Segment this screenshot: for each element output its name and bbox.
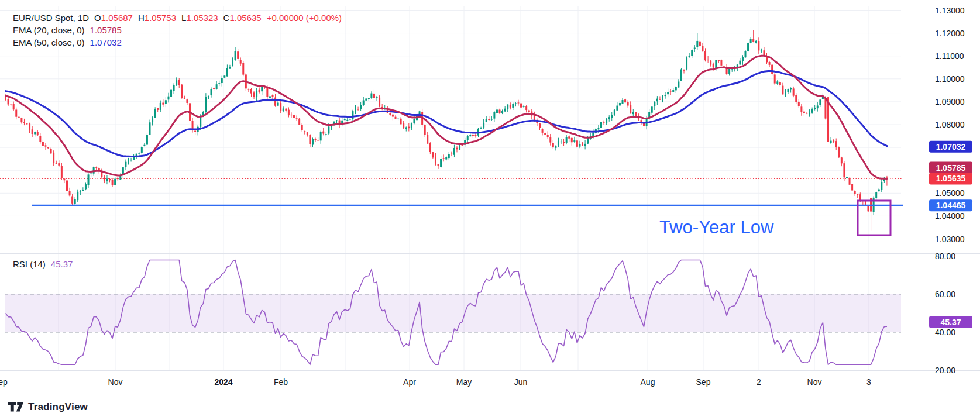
price-badge: 1.05635 — [936, 174, 966, 183]
symbol-legend[interactable]: EUR/USD Spot, 1DO1.05687H1.05753L1.05323… — [13, 12, 342, 49]
time-axis-label: ep — [0, 377, 8, 387]
price-axis-tick: 1.04000 — [935, 211, 965, 221]
tradingview-watermark: TradingView — [8, 401, 88, 413]
price-badge: 1.04465 — [936, 201, 966, 210]
high-label: H — [138, 13, 145, 23]
symbol-ohlc-row[interactable]: EUR/USD Spot, 1DO1.05687H1.05753L1.05323… — [13, 12, 342, 24]
time-axis-label: Sep — [696, 377, 711, 387]
ema20-value: 1.05785 — [90, 25, 122, 35]
ema20-label: EMA (20, close, 0) — [13, 25, 85, 35]
two-year-low-annotation[interactable]: Two-Year Low — [659, 217, 773, 238]
rsi-value: 45.37 — [51, 259, 73, 269]
ema50-label: EMA (50, close, 0) — [13, 37, 85, 47]
rsi-axis-tick: 80.00 — [935, 252, 955, 261]
open-label: O — [94, 13, 101, 23]
high-value: 1.05753 — [145, 13, 176, 23]
rsi-axis-tick: 40.00 — [935, 328, 955, 337]
tradingview-watermark-text: TradingView — [28, 401, 88, 413]
rsi-legend-row[interactable]: RSI (14)45.37 — [13, 259, 73, 269]
tradingview-logo-icon — [8, 401, 24, 413]
time-axis-label: Feb — [274, 377, 288, 387]
price-badge: 1.05785 — [936, 163, 966, 173]
time-axis-label: Nov — [807, 377, 822, 387]
price-badge: 45.37 — [940, 318, 961, 327]
time-axis-label: 3 — [866, 377, 871, 387]
rsi-axis-tick: 60.00 — [935, 290, 955, 299]
tradingview-chart-window: 1.130001.120001.110001.100001.090001.080… — [0, 0, 980, 420]
price-axis-tick: 1.05000 — [935, 188, 965, 198]
price-badge: 1.07032 — [936, 142, 966, 152]
ema50-value: 1.07032 — [90, 37, 122, 47]
time-axis-label: 2024 — [214, 377, 232, 387]
price-axis-tick: 1.11000 — [935, 51, 964, 61]
time-axis-label: Nov — [108, 377, 123, 387]
price-axis-tick: 1.12000 — [935, 29, 965, 38]
ema50-legend-row[interactable]: EMA (50, close, 0)1.07032 — [13, 36, 342, 49]
price-axis-tick: 1.08000 — [935, 120, 965, 129]
price-axis-tick: 1.13000 — [935, 6, 965, 15]
price-axis-tick: 1.09000 — [935, 97, 965, 106]
price-axis-tick: 1.03000 — [935, 235, 965, 244]
rsi-label: RSI (14) — [13, 259, 46, 269]
close-value: 1.05635 — [229, 13, 261, 23]
time-axis-label: May — [456, 377, 472, 387]
price-axis-tick: 1.10000 — [935, 74, 965, 84]
close-label: C — [223, 13, 230, 23]
rsi-axis-tick: 20.00 — [935, 366, 955, 375]
time-axis-label: Aug — [641, 377, 655, 387]
time-axis-label: Jun — [514, 377, 528, 387]
time-axis-label: Apr — [403, 377, 416, 387]
change-value: +0.00000 (+0.00%) — [267, 13, 342, 23]
price-chart-canvas[interactable]: 1.130001.120001.110001.100001.090001.080… — [0, 0, 980, 420]
symbol-title[interactable]: EUR/USD Spot, 1D — [13, 13, 89, 23]
open-value: 1.05687 — [101, 13, 133, 23]
time-axis-label: 2 — [757, 377, 761, 387]
ema20-legend-row[interactable]: EMA (20, close, 0)1.05785 — [13, 24, 342, 36]
low-value: 1.05323 — [186, 13, 218, 23]
